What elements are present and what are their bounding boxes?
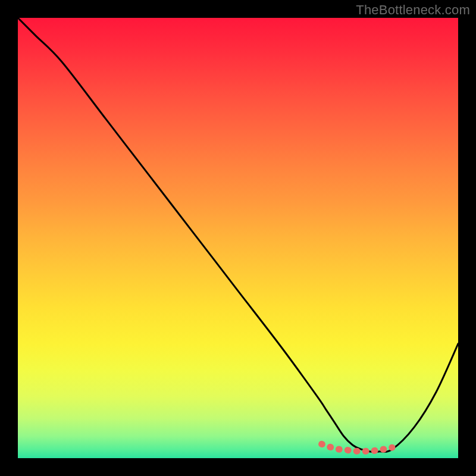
- plot-area: [18, 18, 458, 458]
- bottleneck-curve: [18, 18, 458, 452]
- watermark-text: TheBottleneck.com: [356, 2, 470, 18]
- curve-svg: [18, 18, 458, 458]
- chart-frame: TheBottleneck.com: [0, 0, 476, 476]
